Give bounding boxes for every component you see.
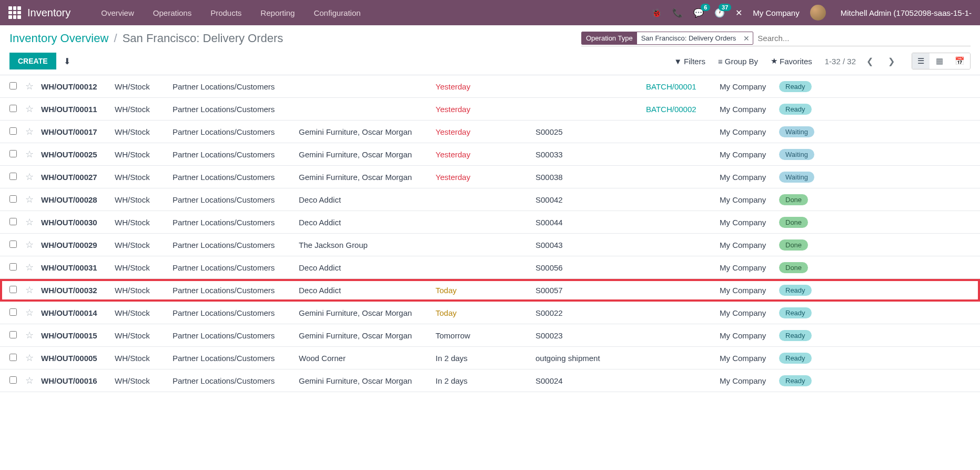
table-row[interactable]: ☆WH/OUT/00005WH/StockPartner Locations/C… — [0, 347, 980, 369]
table-row[interactable]: ☆WH/OUT/00011WH/StockPartner Locations/C… — [0, 98, 980, 121]
list-view-icon[interactable]: ☰ — [912, 53, 930, 69]
row-checkbox[interactable] — [9, 241, 17, 248]
row-checkbox[interactable] — [9, 82, 17, 89]
status-badge: Ready — [779, 285, 812, 296]
cell-reference: WH/OUT/00012 — [41, 82, 115, 91]
row-checkbox[interactable] — [9, 376, 17, 384]
pager-prev-icon[interactable]: ❮ — [862, 54, 877, 68]
calendar-view-icon[interactable]: 📅 — [949, 53, 970, 69]
chat-icon[interactable]: 💬6 — [693, 8, 704, 18]
create-button[interactable]: CREATE — [9, 53, 56, 69]
activity-icon[interactable]: 🕐37 — [714, 8, 725, 18]
table-row[interactable]: ☆WH/OUT/00015WH/StockPartner Locations/C… — [0, 324, 980, 347]
row-checkbox[interactable] — [9, 308, 17, 316]
row-checkbox[interactable] — [9, 173, 17, 180]
menu-products[interactable]: Products — [201, 8, 251, 17]
facet-remove-icon[interactable]: ✕ — [740, 34, 753, 43]
table-row[interactable]: ☆WH/OUT/00014WH/StockPartner Locations/C… — [0, 302, 980, 324]
status-badge: Waiting — [779, 149, 814, 160]
cell-contact: Wood Corner — [299, 354, 436, 363]
cell-reference: WH/OUT/00025 — [41, 150, 115, 159]
table-row[interactable]: ☆WH/OUT/00031WH/StockPartner Locations/C… — [0, 256, 980, 279]
pager: 1-32 / 32 ❮ ❯ — [825, 54, 899, 68]
star-icon[interactable]: ☆ — [25, 352, 41, 364]
row-checkbox[interactable] — [9, 150, 17, 157]
star-icon[interactable]: ☆ — [25, 239, 41, 251]
avatar[interactable] — [810, 5, 826, 21]
row-checkbox[interactable] — [9, 195, 17, 203]
star-icon[interactable]: ☆ — [25, 307, 41, 318]
row-checkbox[interactable] — [9, 354, 17, 361]
status-badge: Ready — [779, 81, 812, 92]
cell-contact: Gemini Furniture, Oscar Morgan — [299, 173, 436, 182]
app-brand[interactable]: Inventory — [27, 7, 70, 19]
row-checkbox[interactable] — [9, 105, 17, 112]
star-icon[interactable]: ☆ — [25, 375, 41, 386]
breadcrumb-current: San Francisco: Delivery Orders — [123, 32, 284, 45]
pager-next-icon[interactable]: ❯ — [884, 54, 899, 68]
row-checkbox[interactable] — [9, 218, 17, 225]
phone-icon[interactable]: 📞 — [672, 8, 683, 18]
cell-source: S00043 — [536, 241, 646, 249]
table-row[interactable]: ☆WH/OUT/00027WH/StockPartner Locations/C… — [0, 166, 980, 188]
row-checkbox[interactable] — [9, 331, 17, 338]
groupby-button[interactable]: ≡Group By — [718, 56, 758, 66]
star-icon[interactable]: ☆ — [25, 216, 41, 228]
menu-configuration[interactable]: Configuration — [304, 8, 370, 17]
table-row[interactable]: ☆WH/OUT/00028WH/StockPartner Locations/C… — [0, 188, 980, 211]
table-row[interactable]: ☆WH/OUT/00012WH/StockPartner Locations/C… — [0, 75, 980, 98]
table-row[interactable]: ☆WH/OUT/00029WH/StockPartner Locations/C… — [0, 234, 980, 256]
star-icon[interactable]: ☆ — [25, 81, 41, 92]
cell-from: WH/Stock — [115, 331, 173, 340]
star-icon[interactable]: ☆ — [25, 284, 41, 296]
menu-overview[interactable]: Overview — [92, 8, 144, 17]
menu-operations[interactable]: Operations — [144, 8, 201, 17]
row-checkbox[interactable] — [9, 286, 17, 293]
cell-batch[interactable]: BATCH/00001 — [646, 82, 720, 91]
tools-icon[interactable]: ✕ — [735, 8, 742, 18]
table-row[interactable]: ☆WH/OUT/00025WH/StockPartner Locations/C… — [0, 143, 980, 166]
cell-contact: Gemini Furniture, Oscar Morgan — [299, 127, 436, 136]
cell-company: My Company — [720, 354, 779, 363]
table-row[interactable]: ☆WH/OUT/00017WH/StockPartner Locations/C… — [0, 121, 980, 143]
star-icon[interactable]: ☆ — [25, 103, 41, 115]
status-badge: Waiting — [779, 126, 814, 137]
menu-reporting[interactable]: Reporting — [251, 8, 304, 17]
table-row[interactable]: ☆WH/OUT/00032WH/StockPartner Locations/C… — [0, 279, 980, 302]
cell-to: Partner Locations/Customers — [173, 241, 299, 249]
cell-scheduled: In 2 days — [436, 354, 536, 363]
star-icon[interactable]: ☆ — [25, 329, 41, 341]
bug-icon[interactable]: 🐞 — [651, 8, 662, 18]
cell-reference: WH/OUT/00011 — [41, 105, 115, 114]
row-checkbox[interactable] — [9, 127, 17, 135]
table-row[interactable]: ☆WH/OUT/00016WH/StockPartner Locations/C… — [0, 369, 980, 392]
status-badge: Done — [779, 262, 808, 273]
cell-to: Partner Locations/Customers — [173, 218, 299, 227]
kanban-view-icon[interactable]: ▦ — [931, 53, 948, 69]
download-icon[interactable]: ⬇ — [64, 56, 70, 66]
cell-scheduled: Yesterday — [436, 150, 536, 159]
apps-icon[interactable] — [8, 6, 21, 19]
star-icon: ★ — [771, 56, 777, 66]
star-icon[interactable]: ☆ — [25, 148, 41, 160]
cell-batch[interactable]: BATCH/00002 — [646, 105, 720, 114]
star-icon[interactable]: ☆ — [25, 194, 41, 205]
table-row[interactable]: ☆WH/OUT/00030WH/StockPartner Locations/C… — [0, 211, 980, 234]
status-badge: Done — [779, 239, 808, 251]
row-checkbox[interactable] — [9, 263, 17, 271]
company-selector[interactable]: My Company — [753, 8, 799, 17]
user-menu[interactable]: Mitchell Admin (17052098-saas-15-1- — [841, 8, 972, 17]
filters-button[interactable]: ▼Filters — [674, 56, 705, 66]
search-bar[interactable]: Operation Type San Francisco: Delivery O… — [581, 32, 971, 46]
star-icon[interactable]: ☆ — [25, 171, 41, 183]
cell-to: Partner Locations/Customers — [173, 376, 299, 385]
search-input[interactable] — [753, 32, 971, 45]
cell-from: WH/Stock — [115, 127, 173, 136]
cell-contact: Deco Addict — [299, 195, 436, 204]
breadcrumb-parent[interactable]: Inventory Overview — [9, 32, 108, 45]
star-icon[interactable]: ☆ — [25, 262, 41, 273]
cell-to: Partner Locations/Customers — [173, 308, 299, 317]
star-icon[interactable]: ☆ — [25, 126, 41, 137]
favorites-button[interactable]: ★Favorites — [771, 56, 812, 66]
pager-range[interactable]: 1-32 / 32 — [825, 57, 856, 66]
